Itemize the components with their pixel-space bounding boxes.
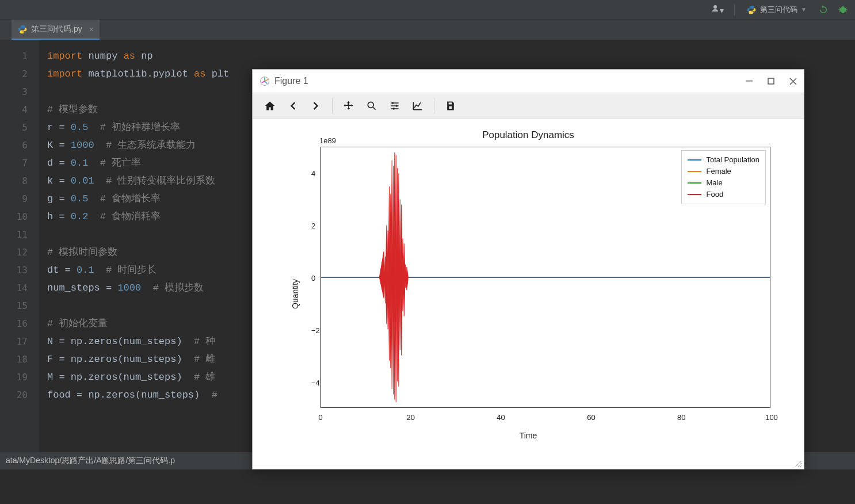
chevron-down-icon: ▼ xyxy=(801,6,807,13)
figure-titlebar[interactable]: Figure 1 xyxy=(253,70,804,93)
zoom-icon[interactable] xyxy=(361,96,382,116)
svg-point-4 xyxy=(392,102,394,104)
forward-icon[interactable] xyxy=(306,96,326,116)
status-path: ata/MyDesktop/思路产出/A题思路/第三问代码.p xyxy=(6,456,175,466)
svg-point-5 xyxy=(396,105,398,106)
tab-file[interactable]: 第三问代码.py × xyxy=(12,20,100,40)
run-config-label: 第三问代码 xyxy=(760,5,797,15)
legend-item: Male xyxy=(688,177,759,189)
debug-icon[interactable] xyxy=(835,5,850,15)
back-icon[interactable] xyxy=(283,96,303,116)
figure-toolbar xyxy=(253,93,804,119)
bottom-pad xyxy=(0,469,855,504)
tab-label: 第三问代码.py xyxy=(31,24,82,35)
plot-icon[interactable] xyxy=(407,96,428,116)
run-again-icon[interactable] xyxy=(816,5,831,15)
line-gutter: 1234567891011121314151617181920 xyxy=(0,40,39,452)
figure-window: Figure 1 Population Dynamics 1e89 Quanti… xyxy=(252,69,804,469)
matplotlib-icon xyxy=(259,76,270,86)
run-config-selector[interactable]: 第三问代码 ▼ xyxy=(742,3,811,17)
legend-item: Total Population xyxy=(688,154,759,166)
minimize-icon[interactable] xyxy=(746,78,753,85)
pan-icon[interactable] xyxy=(338,96,359,116)
y-exponent: 1e89 xyxy=(319,136,336,145)
user-icon[interactable]: ▾ xyxy=(707,4,727,15)
figure-canvas: Population Dynamics 1e89 Quantity Time T… xyxy=(253,119,804,469)
editor-tab-bar: 第三问代码.py × xyxy=(0,20,855,40)
legend-item: Female xyxy=(688,166,759,177)
svg-rect-1 xyxy=(746,81,753,82)
legend: Total Population Female Male Food xyxy=(681,150,766,204)
legend-item: Food xyxy=(688,189,759,200)
y-axis-label: Quantity xyxy=(291,279,300,309)
x-axis-label: Time xyxy=(253,431,804,440)
resize-grip[interactable] xyxy=(795,460,803,468)
configure-icon[interactable] xyxy=(384,96,405,116)
maximize-icon[interactable] xyxy=(768,78,774,85)
figure-title: Figure 1 xyxy=(274,76,308,86)
home-icon[interactable] xyxy=(259,96,280,116)
svg-point-3 xyxy=(368,102,373,108)
close-icon[interactable]: × xyxy=(89,25,94,34)
svg-rect-2 xyxy=(768,78,774,84)
ide-toolbar: ▾ 第三问代码 ▼ xyxy=(0,0,855,20)
save-icon[interactable] xyxy=(440,96,461,116)
svg-point-6 xyxy=(393,108,395,109)
close-window-icon[interactable] xyxy=(789,78,797,85)
